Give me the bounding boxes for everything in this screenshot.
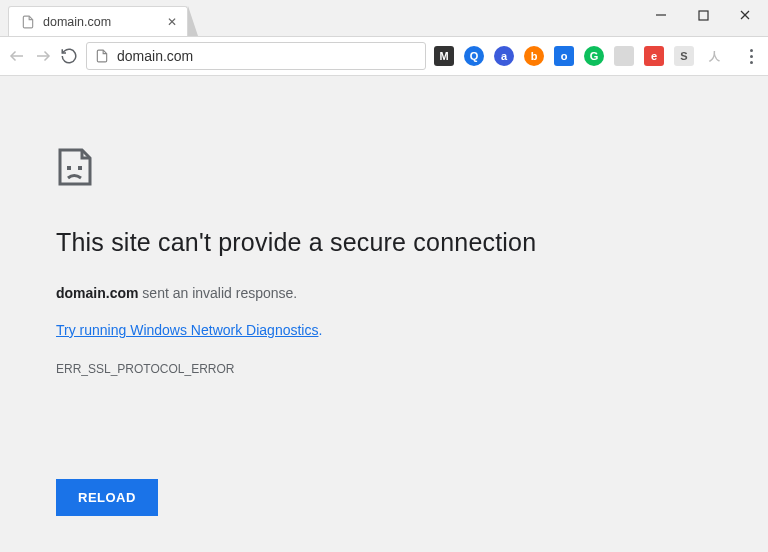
extension-icon-2[interactable]: a: [494, 46, 514, 66]
window-close-button[interactable]: [738, 8, 752, 22]
extension-icon-0[interactable]: M: [434, 46, 454, 66]
error-title: This site can't provide a secure connect…: [56, 228, 712, 257]
tab-strip: domain.com ✕: [0, 0, 768, 36]
browser-menu-button[interactable]: [742, 45, 760, 67]
file-icon: [21, 15, 35, 29]
browser-tab[interactable]: domain.com ✕: [8, 6, 188, 36]
tab-close-icon[interactable]: ✕: [167, 15, 177, 29]
diagnostics-line: Try running Windows Network Diagnostics.: [56, 321, 712, 362]
diagnostics-link[interactable]: Try running Windows Network Diagnostics: [56, 322, 318, 338]
extension-icon-3[interactable]: b: [524, 46, 544, 66]
svg-rect-1: [699, 11, 708, 20]
reload-button[interactable]: RELOAD: [56, 479, 158, 516]
page-info-icon[interactable]: [95, 49, 109, 63]
kebab-menu-icon: [750, 49, 753, 64]
tab-title: domain.com: [43, 15, 111, 29]
diagnostics-period: .: [318, 322, 322, 338]
error-message-text: sent an invalid response.: [138, 285, 297, 301]
extension-icon-7[interactable]: e: [644, 46, 664, 66]
back-button[interactable]: [8, 45, 26, 67]
error-domain: domain.com: [56, 285, 138, 301]
error-page: This site can't provide a secure connect…: [0, 76, 768, 376]
window-maximize-button[interactable]: [696, 8, 710, 22]
svg-rect-7: [78, 166, 82, 170]
extension-icon-9[interactable]: 人: [704, 46, 724, 66]
extension-icon-8[interactable]: S: [674, 46, 694, 66]
extensions-row: MQaboG eS人: [434, 46, 728, 66]
forward-button[interactable]: [34, 45, 52, 67]
extension-icon-5[interactable]: G: [584, 46, 604, 66]
sad-page-icon: [56, 146, 712, 192]
new-tab-wedge[interactable]: [188, 6, 198, 36]
window-controls: [654, 0, 768, 30]
url-input[interactable]: [117, 48, 417, 64]
error-code: ERR_SSL_PROTOCOL_ERROR: [56, 362, 712, 376]
address-bar[interactable]: [86, 42, 426, 70]
extension-icon-6[interactable]: [614, 46, 634, 66]
extension-icon-1[interactable]: Q: [464, 46, 484, 66]
error-message: domain.com sent an invalid response.: [56, 285, 712, 301]
extension-icon-4[interactable]: o: [554, 46, 574, 66]
reload-nav-button[interactable]: [60, 45, 78, 67]
svg-rect-6: [67, 166, 71, 170]
browser-toolbar: MQaboG eS人: [0, 36, 768, 76]
window-minimize-button[interactable]: [654, 8, 668, 22]
